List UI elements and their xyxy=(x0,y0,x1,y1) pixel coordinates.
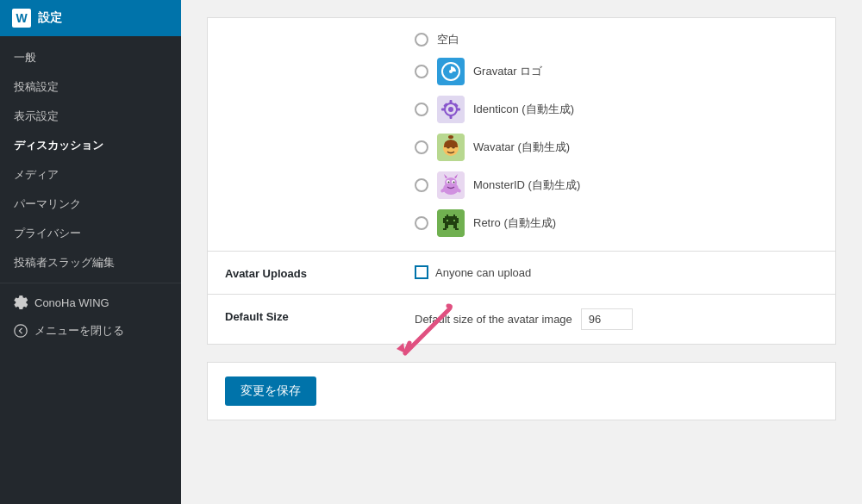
monsterid-icon xyxy=(437,171,465,199)
svg-rect-9 xyxy=(441,109,446,111)
svg-rect-35 xyxy=(448,220,453,221)
radio-blank[interactable] xyxy=(415,33,428,47)
default-size-label: Default Size xyxy=(225,308,415,323)
avatar-uploads-section: Avatar Uploads Anyone can upload xyxy=(207,252,836,295)
avatar-option-identicon: Identicon (自動生成) xyxy=(415,96,818,123)
blank-label-placeholder xyxy=(225,32,415,34)
sidebar-header: W 設定 xyxy=(0,0,181,36)
svg-rect-40 xyxy=(453,225,457,228)
anyone-can-upload-option: Anyone can upload xyxy=(415,265,818,279)
sidebar-item-close-menu[interactable]: メニューを閉じる xyxy=(0,316,181,345)
avatar-retro-label: Retro (自動生成) xyxy=(473,215,556,231)
default-size-field: Default size of the avatar image xyxy=(415,308,818,330)
main-content: 空白 Gravatar ロゴ xyxy=(181,0,862,504)
avatar-option-monsterid: MonsterID (自動生成) xyxy=(415,171,818,199)
conoha-label: ConoHa WING xyxy=(34,296,109,309)
default-size-section: Default Size Default size of the avatar … xyxy=(207,295,836,345)
avatar-uploads-field: Anyone can upload xyxy=(415,265,818,279)
sidebar-item-general[interactable]: 一般 xyxy=(0,43,181,72)
chevron-left-icon xyxy=(14,324,28,338)
blank-avatar-row: 空白 Gravatar ロゴ xyxy=(208,18,835,251)
avatar-gravatar-label: Gravatar ロゴ xyxy=(473,64,542,79)
svg-point-24 xyxy=(453,182,455,184)
svg-rect-32 xyxy=(445,216,457,218)
svg-point-3 xyxy=(449,70,453,73)
svg-point-20 xyxy=(445,177,457,188)
avatar-option-retro: Retro (自動生成) xyxy=(415,209,818,237)
sidebar-item-discussion[interactable]: ディスカッション xyxy=(0,131,181,160)
svg-rect-41 xyxy=(443,228,447,230)
anyone-can-upload-label: Anyone can upload xyxy=(435,266,531,279)
sidebar-item-slug-edit[interactable]: 投稿者スラッグ編集 xyxy=(0,248,181,277)
svg-point-0 xyxy=(15,325,27,337)
sidebar-item-display[interactable]: 表示設定 xyxy=(0,102,181,131)
default-size-field-label: Default size of the avatar image xyxy=(415,313,572,326)
avatar-identicon-label: Identicon (自動生成) xyxy=(473,102,574,117)
retro-icon xyxy=(437,209,465,237)
gear-icon xyxy=(14,296,28,309)
avatar-monsterid-label: MonsterID (自動生成) xyxy=(473,177,580,193)
avatar-uploads-label: Avatar Uploads xyxy=(225,265,415,280)
radio-monsterid[interactable] xyxy=(415,178,428,192)
avatar-option-gravatar: Gravatar ロゴ xyxy=(415,58,818,85)
svg-rect-33 xyxy=(443,218,459,220)
avatar-option-blank: 空白 xyxy=(415,32,818,47)
wavatar-icon xyxy=(437,134,465,161)
sidebar-item-posts[interactable]: 投稿設定 xyxy=(0,72,181,102)
radio-identicon[interactable] xyxy=(415,103,428,116)
svg-rect-31 xyxy=(453,215,455,216)
avatar-uploads-row: Avatar Uploads Anyone can upload xyxy=(208,252,835,294)
svg-rect-42 xyxy=(455,228,459,230)
sidebar: W 設定 一般 投稿設定 表示設定 ディスカッション メディア パーマリンク プ… xyxy=(0,0,181,504)
svg-point-23 xyxy=(448,182,450,184)
sidebar-item-media[interactable]: メディア xyxy=(0,160,181,190)
svg-rect-39 xyxy=(445,225,448,228)
svg-rect-38 xyxy=(445,223,457,225)
sidebar-nav: 一般 投稿設定 表示設定 ディスカッション メディア パーマリンク プライバシー… xyxy=(0,36,181,504)
save-button-section: 変更を保存 xyxy=(207,362,836,420)
gravatar-icon xyxy=(437,58,465,85)
svg-rect-8 xyxy=(450,115,453,119)
sidebar-item-conoha[interactable]: ConoHa WING xyxy=(0,289,181,316)
avatar-option-wavatar: Wavatar (自動生成) xyxy=(415,134,818,161)
svg-rect-7 xyxy=(450,100,453,104)
svg-rect-34 xyxy=(443,220,447,221)
default-size-input-group: Default size of the avatar image xyxy=(415,308,818,330)
identicon-icon xyxy=(437,96,465,123)
radio-gravatar[interactable] xyxy=(415,65,428,78)
avatar-blank-label: 空白 xyxy=(437,32,459,47)
save-section-wrapper: 変更を保存 xyxy=(207,362,836,420)
radio-wavatar[interactable] xyxy=(415,140,428,154)
avatar-section: 空白 Gravatar ロゴ xyxy=(207,17,836,252)
sidebar-item-permalink[interactable]: パーマリンク xyxy=(0,190,181,219)
save-button[interactable]: 変更を保存 xyxy=(225,376,316,406)
anyone-can-upload-checkbox[interactable] xyxy=(415,265,428,279)
svg-rect-37 xyxy=(443,221,459,223)
default-size-row: Default Size Default size of the avatar … xyxy=(208,295,835,344)
svg-rect-10 xyxy=(456,109,460,111)
avatar-wavatar-label: Wavatar (自動生成) xyxy=(473,140,570,155)
svg-rect-30 xyxy=(447,215,448,216)
wordpress-logo: W xyxy=(12,9,31,28)
close-menu-label: メニューを閉じる xyxy=(34,323,124,339)
default-size-input[interactable] xyxy=(581,308,633,330)
svg-point-17 xyxy=(448,135,453,139)
svg-rect-36 xyxy=(455,220,459,221)
svg-point-6 xyxy=(448,107,453,112)
avatar-options-field: 空白 Gravatar ロゴ xyxy=(415,32,818,237)
sidebar-divider xyxy=(0,283,181,283)
radio-retro[interactable] xyxy=(415,216,428,230)
sidebar-title: 設定 xyxy=(38,10,62,26)
sidebar-item-privacy[interactable]: プライバシー xyxy=(0,219,181,248)
